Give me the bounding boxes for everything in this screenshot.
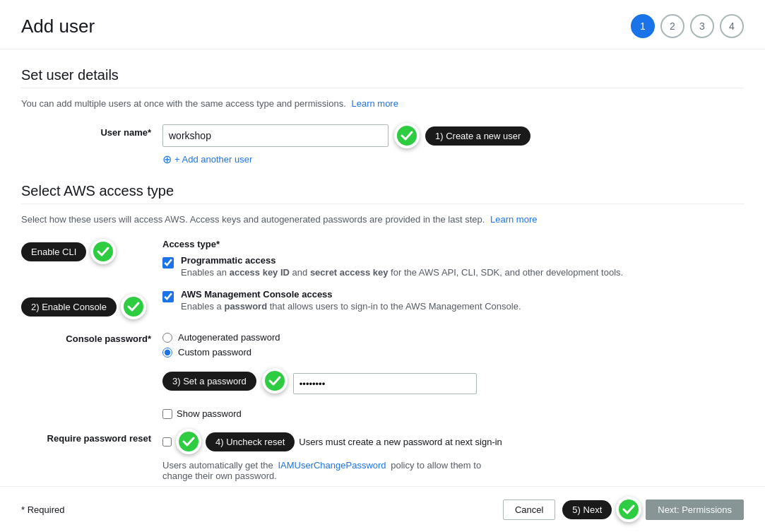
username-row: User name* 1) Create a new user ⊕ + Add … [21, 123, 744, 166]
main-content: Set user details You can add multiple us… [0, 49, 765, 509]
reset-desc-inline: Users must create a new password at next… [299, 437, 502, 447]
show-password-option: Show password [162, 408, 242, 419]
learn-more-link-2[interactable]: Learn more [490, 214, 537, 225]
password-options: Autogenerated password Custom password [162, 332, 280, 357]
programmatic-title: Programmatic access [181, 255, 623, 266]
username-label: User name* [21, 123, 162, 138]
step-1[interactable]: 1 [631, 14, 655, 38]
next-permissions-button[interactable]: Next: Permissions [646, 500, 744, 520]
callout-uncheck-reset: 4) Uncheck reset [206, 432, 295, 451]
require-reset-checkbox[interactable] [162, 437, 172, 447]
iam-policy-link[interactable]: IAMUserChangePassword [278, 460, 386, 471]
check-next-icon [616, 497, 641, 522]
page-header: Add user 1 2 3 4 [0, 0, 765, 49]
callout-next: 5) Next [562, 500, 612, 519]
programmatic-access-checkbox[interactable] [162, 257, 174, 268]
required-note: * Required [21, 504, 64, 515]
username-input[interactable] [162, 124, 389, 147]
console-password-label: Console password* [21, 329, 162, 344]
custom-password-option: Custom password [162, 347, 280, 357]
check-cli-icon [90, 239, 116, 264]
cancel-button[interactable]: Cancel [503, 500, 555, 520]
section2-desc: Select how these users will access AWS. … [21, 214, 744, 225]
console-access-checkbox[interactable] [162, 291, 174, 302]
autogenerated-option: Autogenerated password [162, 332, 280, 343]
section1-title: Set user details [21, 67, 744, 83]
require-reset-row: Require password reset 4) Uncheck reset … [21, 429, 744, 481]
section1-desc: You can add multiple users at once with … [21, 98, 744, 109]
check-1-icon [394, 123, 420, 148]
show-password-row: Show password [21, 404, 744, 419]
enable-cli-callout-wrap: Enable CLI [21, 239, 116, 264]
password-input-row: 3) Set a password [21, 367, 744, 394]
programmatic-access-option: Programmatic access Enables an access ke… [162, 255, 623, 278]
check-uncheck-icon [176, 429, 201, 454]
step-2[interactable]: 2 [660, 14, 684, 38]
console-access-option: AWS Management Console access Enables a … [162, 289, 623, 312]
callout-set-password: 3) Set a password [162, 372, 256, 391]
console-title: AWS Management Console access [181, 289, 521, 300]
access-type-label-inline: Access type* [162, 239, 623, 249]
require-reset-label: Require password reset [21, 429, 162, 444]
access-type-row: Enable CLI 2) Enable Console [21, 239, 744, 319]
add-another-user-link[interactable]: ⊕ + Add another user [162, 153, 530, 166]
check-console-icon [121, 294, 146, 319]
check-password-icon [262, 368, 287, 394]
show-password-checkbox[interactable] [162, 409, 172, 419]
section2-title: Select AWS access type [21, 183, 744, 199]
require-reset-desc: Users automatically get the IAMUserChang… [162, 460, 502, 481]
step-3[interactable]: 3 [690, 14, 714, 38]
step-indicators: 1 2 3 4 [631, 14, 744, 38]
password-field[interactable] [293, 373, 477, 394]
page-title: Add user [21, 16, 95, 37]
callout-enable-console: 2) Enable Console [21, 297, 117, 317]
page-footer: * Required Cancel 5) Next Next: Permissi… [0, 486, 765, 532]
enable-console-callout-wrap: 2) Enable Console [21, 294, 146, 319]
console-desc: Enables a password that allows users to … [181, 301, 521, 312]
programmatic-desc: Enables an access key ID and secret acce… [181, 267, 623, 278]
step-4[interactable]: 4 [720, 14, 744, 38]
custom-password-radio[interactable] [162, 348, 172, 357]
callout-enable-cli: Enable CLI [21, 242, 86, 261]
console-password-row: Console password* Autogenerated password… [21, 329, 744, 357]
access-type-section: Select AWS access type Select how these … [21, 183, 744, 481]
autogenerated-radio[interactable] [162, 333, 172, 343]
footer-buttons: Cancel 5) Next Next: Permissions [503, 497, 744, 522]
callout-create-user: 1) Create a new user [425, 126, 530, 146]
learn-more-link-1[interactable]: Learn more [351, 98, 398, 109]
